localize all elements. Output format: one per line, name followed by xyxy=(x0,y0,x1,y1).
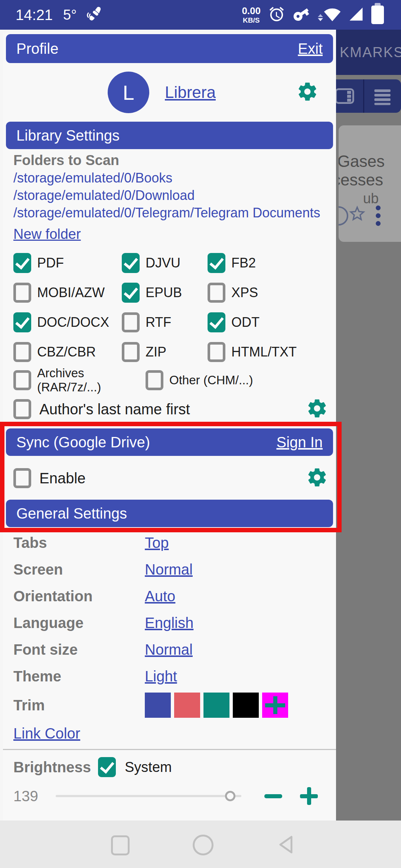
settings-label: Language xyxy=(13,615,145,631)
brightness-increase-button[interactable] xyxy=(300,787,318,805)
add-trim-color-icon xyxy=(262,693,288,718)
brightness-slider-thumb[interactable] xyxy=(225,791,235,801)
trim-swatch-4[interactable] xyxy=(233,693,259,718)
format-checkbox-other-chm[interactable] xyxy=(146,370,163,390)
sync-enable-row: Enable xyxy=(13,460,326,496)
format-item-html-txt: HTML/TXT xyxy=(208,337,326,367)
back-button[interactable] xyxy=(277,835,297,856)
format-checkbox-cbz-cbr[interactable] xyxy=(13,342,31,362)
format-checkbox-zip[interactable] xyxy=(122,342,140,362)
folder-path-link[interactable]: /storage/emulated/0/Download xyxy=(13,187,326,204)
format-checkbox-rtf[interactable] xyxy=(122,312,140,332)
sync-highlight-group: Sync (Google Drive) Sign In Enable Gener… xyxy=(3,428,336,527)
status-bar-left: 14:21 5° xyxy=(16,0,104,30)
screen: 14:21 5° 0.00 KB/S xyxy=(0,0,401,868)
sign-in-link[interactable]: Sign In xyxy=(276,434,323,451)
format-checkbox-xps[interactable] xyxy=(208,283,225,303)
battery-icon xyxy=(371,6,384,24)
settings-value-language[interactable]: English xyxy=(145,615,193,631)
profile-account-row: L Librera xyxy=(3,63,336,122)
wifi-activity-arrows xyxy=(318,14,323,21)
format-label: DOC/DOCX xyxy=(37,315,109,330)
format-checkbox-djvu[interactable] xyxy=(122,253,140,273)
avatar[interactable]: L xyxy=(108,72,149,113)
section-title: Library Settings xyxy=(16,127,120,144)
format-item-djvu: DJVU xyxy=(122,248,208,278)
settings-value-orientation[interactable]: Auto xyxy=(145,588,175,605)
link-color-link[interactable]: Link Color xyxy=(13,725,80,742)
network-speed-unit: KB/S xyxy=(243,17,260,24)
format-checkbox-epub[interactable] xyxy=(122,283,140,303)
profile-settings-gear-icon[interactable] xyxy=(297,81,318,104)
book-progress-icon xyxy=(339,206,348,226)
settings-row-theme: ThemeLight xyxy=(3,663,336,690)
settings-row-orientation: OrientationAuto xyxy=(3,583,336,609)
favorite-star-icon xyxy=(348,204,367,225)
list-view-button[interactable] xyxy=(364,79,401,113)
trim-row: Trim xyxy=(3,690,336,721)
sync-settings-gear-icon[interactable] xyxy=(306,467,328,490)
brightness-label: Brightness xyxy=(13,759,98,776)
folder-path-link[interactable]: /storage/emulated/0/Telegram/Telegram Do… xyxy=(13,204,326,221)
settings-row-language: LanguageEnglish xyxy=(3,609,336,636)
file-format-grid: PDFDJVUFB2MOBI/AZWEPUBXPSDOC/DOCXRTFODTC… xyxy=(13,248,326,367)
format-checkbox-mobi-azw[interactable] xyxy=(13,283,31,303)
settings-value-theme[interactable]: Light xyxy=(145,668,177,685)
status-bar: 14:21 5° 0.00 KB/S xyxy=(0,0,401,30)
trim-swatch-2[interactable] xyxy=(174,693,200,718)
brightness-slider-row: 139 xyxy=(13,786,326,806)
grid-view-icon xyxy=(334,86,355,106)
settings-label: Screen xyxy=(13,561,145,578)
trim-swatch-3[interactable] xyxy=(203,693,229,718)
trim-label: Trim xyxy=(13,697,145,714)
format-checkbox-pdf[interactable] xyxy=(13,253,31,273)
format-item-archives-rar-7z: Archives (RAR/7z/...) xyxy=(13,366,146,394)
sync-header: Sync (Google Drive) Sign In xyxy=(6,428,333,456)
brightness-slider-track[interactable] xyxy=(56,795,241,797)
section-title: General Settings xyxy=(16,505,127,522)
settings-label: Orientation xyxy=(13,588,145,605)
profile-header: Profile Exit xyxy=(6,34,333,63)
format-label: ODT xyxy=(231,315,260,330)
format-label: RTF xyxy=(146,315,171,330)
network-speed: 0.00 KB/S xyxy=(242,6,261,24)
new-folder-link[interactable]: New folder xyxy=(13,224,81,244)
folders-to-scan-label: Folders to Scan xyxy=(13,151,326,169)
format-item-other-chm: Other (CHM/...) xyxy=(146,370,253,390)
library-advanced-gear-icon[interactable] xyxy=(306,398,328,421)
book-card: Gases cesses ub xyxy=(339,125,401,242)
format-label: FB2 xyxy=(231,255,256,271)
trim-swatch-5[interactable] xyxy=(262,693,288,718)
brightness-decrease-button[interactable] xyxy=(264,794,282,798)
format-checkbox-odt[interactable] xyxy=(208,312,225,332)
recents-button[interactable] xyxy=(111,835,130,855)
book-title-line: cesses xyxy=(339,171,383,189)
format-checkbox-doc-docx[interactable] xyxy=(13,312,31,332)
settings-value-screen[interactable]: Normal xyxy=(145,561,193,578)
format-label: HTML/TXT xyxy=(231,344,297,360)
format-item-mobi-azw: MOBI/AZW xyxy=(13,278,122,308)
folders-section: Folders to Scan /storage/emulated/0/Book… xyxy=(3,149,336,246)
exit-link[interactable]: Exit xyxy=(298,40,323,57)
author-last-name-first-checkbox[interactable] xyxy=(13,399,31,419)
tab-bookmarks[interactable]: KMARKS xyxy=(340,45,401,60)
format-checkbox-html-txt[interactable] xyxy=(208,342,225,362)
android-nav-bar xyxy=(0,821,401,868)
brightness-system-checkbox[interactable] xyxy=(98,757,116,777)
book-title-line: Gases xyxy=(339,152,385,171)
format-checkbox-fb2[interactable] xyxy=(208,253,225,273)
weather-glove-icon xyxy=(87,6,104,24)
format-checkbox-archives-rar-7z[interactable] xyxy=(13,370,31,390)
profile-name-link[interactable]: Librera xyxy=(165,83,216,102)
settings-value-tabs[interactable]: Top xyxy=(145,535,169,551)
brightness-system-label: System xyxy=(125,759,172,775)
trim-swatch-1[interactable] xyxy=(145,693,171,718)
format-label: DJVU xyxy=(146,255,180,271)
folder-path-link[interactable]: /storage/emulated/0/Books xyxy=(13,169,326,187)
format-item-rtf: RTF xyxy=(122,308,208,337)
sync-enable-checkbox[interactable] xyxy=(13,468,31,488)
clock-time: 14:21 xyxy=(16,7,53,23)
settings-value-font-size[interactable]: Normal xyxy=(145,641,193,658)
book-menu-icon xyxy=(376,206,381,226)
home-button[interactable] xyxy=(193,835,213,855)
